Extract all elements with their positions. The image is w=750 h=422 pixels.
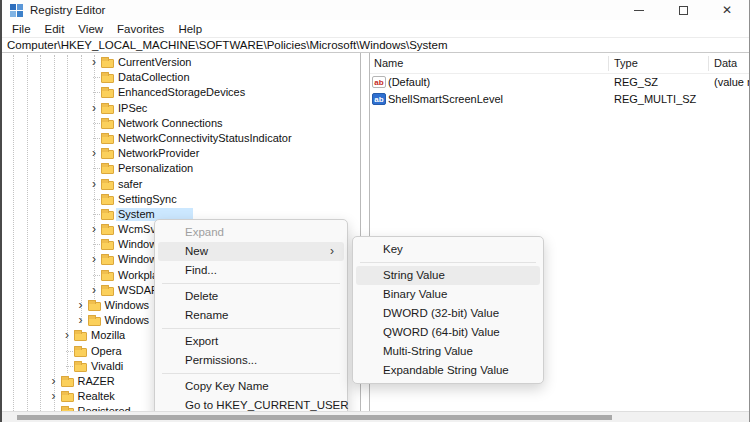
close-button[interactable]: ✕ [705, 0, 749, 20]
tree-item[interactable]: DataCollection [2, 70, 360, 85]
menu-item-label: Binary Value [383, 288, 447, 300]
menu-item-copy-key-name[interactable]: Copy Key Name [158, 377, 344, 396]
menu-item-label: Delete [185, 290, 218, 302]
tree-item-label: Network Connections [116, 117, 225, 130]
horizontal-scrollbar-thumb[interactable] [17, 415, 612, 420]
folder-icon [101, 287, 114, 296]
close-icon: ✕ [722, 4, 732, 16]
column-header-type[interactable]: Type [614, 57, 638, 69]
tree-branch-stub [66, 366, 73, 367]
menu-item-label: New [185, 245, 208, 257]
value-type: REG_SZ [614, 76, 658, 88]
chevron-right-icon[interactable]: › [61, 328, 73, 343]
menu-item-dword-32-bit-value[interactable]: DWORD (32-bit) Value [356, 304, 540, 323]
tree-item[interactable]: EnhancedStorageDevices [2, 85, 360, 100]
folder-icon [61, 393, 74, 402]
new-submenu: KeyString ValueBinary ValueDWORD (32-bit… [352, 236, 544, 384]
folder-icon [101, 89, 114, 98]
tree-item-label: CurrentVersion [116, 56, 193, 69]
menu-item-permissions[interactable]: Permissions... [158, 351, 344, 370]
menu-item-label: Copy Key Name [185, 380, 269, 392]
folder-icon [101, 272, 114, 281]
tree-item[interactable]: ›IPSec [2, 101, 360, 116]
menu-item-label: DWORD (32-bit) Value [383, 307, 499, 319]
column-header-data[interactable]: Data [714, 57, 737, 69]
maximize-button[interactable] [661, 0, 705, 20]
chevron-right-icon[interactable]: › [88, 101, 100, 116]
menu-item-expandable-string-value[interactable]: Expandable String Value [356, 361, 540, 380]
tree-item[interactable]: ›NetworkProvider [2, 146, 360, 161]
chevron-right-icon[interactable]: › [88, 55, 100, 70]
menu-bar: FileEditViewFavoritesHelp [2, 20, 749, 37]
tree-item-label: safer [116, 178, 144, 191]
column-divider[interactable] [608, 56, 609, 71]
folder-icon [74, 363, 87, 372]
value-data: (value not set) [714, 76, 749, 88]
menubar-item-favorites[interactable]: Favorites [110, 23, 171, 35]
chevron-right-icon[interactable]: › [88, 252, 100, 267]
folder-icon [101, 74, 114, 83]
menu-item-export[interactable]: Export [158, 332, 344, 351]
menu-item-delete[interactable]: Delete [158, 287, 344, 306]
menu-item-expand[interactable]: Expand [158, 223, 344, 242]
tree-branch-stub [93, 123, 100, 124]
menu-separator [162, 373, 340, 374]
folder-icon [61, 378, 74, 387]
tree-branch-stub [66, 351, 73, 352]
tree-item[interactable]: ›CurrentVersion [2, 55, 360, 70]
chevron-right-icon[interactable]: › [88, 222, 100, 237]
folder-icon [101, 165, 114, 174]
value-row[interactable]: ab(Default)REG_SZ(value not set) [370, 74, 749, 91]
menu-item-binary-value[interactable]: Binary Value [356, 285, 540, 304]
tree-item[interactable]: Personalization [2, 161, 360, 176]
menubar-item-file[interactable]: File [5, 23, 38, 35]
chevron-right-icon[interactable]: › [48, 374, 60, 389]
menu-separator [162, 328, 340, 329]
address-path: Computer\HKEY_LOCAL_MACHINE\SOFTWARE\Pol… [2, 39, 448, 51]
menubar-item-view[interactable]: View [71, 23, 110, 35]
tree-item-label: DataCollection [116, 71, 192, 84]
menu-item-label: Expand [185, 226, 224, 238]
chevron-right-icon[interactable]: › [88, 177, 100, 192]
window-title: Registry Editor [30, 4, 105, 16]
value-row[interactable]: abShellSmartScreenLevelREG_MULTI_SZ [370, 91, 749, 108]
menu-item-string-value[interactable]: String Value [356, 266, 540, 285]
tree-item-label: EnhancedStorageDevices [116, 86, 247, 99]
tree-item[interactable]: SettingSync [2, 192, 360, 207]
menu-item-label: Expandable String Value [383, 364, 509, 376]
chevron-right-icon[interactable]: › [48, 389, 60, 404]
chevron-right-icon[interactable]: › [75, 298, 87, 313]
menu-item-rename[interactable]: Rename [158, 306, 344, 325]
folder-icon [101, 226, 114, 235]
chevron-right-icon[interactable]: › [75, 313, 87, 328]
column-divider[interactable] [708, 56, 709, 71]
tree-item[interactable]: ›safer [2, 177, 360, 192]
menubar-item-edit[interactable]: Edit [38, 23, 72, 35]
tree-item-label: Windows [103, 299, 152, 312]
chevron-right-icon[interactable]: › [88, 283, 100, 298]
value-name: (Default) [388, 76, 430, 88]
column-header-name[interactable]: Name [374, 57, 403, 69]
menubar-item-help[interactable]: Help [171, 23, 209, 35]
menu-item-qword-64-bit-value[interactable]: QWORD (64-bit) Value [356, 323, 540, 342]
horizontal-scrollbar [2, 411, 749, 422]
folder-icon [101, 150, 114, 159]
menu-item-label: Key [383, 243, 403, 255]
tree-item-label: Mozilla [89, 329, 127, 342]
menu-item-new[interactable]: New› [158, 242, 344, 261]
string-value-icon: ab [372, 93, 386, 105]
folder-icon [101, 105, 114, 114]
menu-item-multi-string-value[interactable]: Multi-String Value [356, 342, 540, 361]
chevron-right-icon[interactable]: › [88, 146, 100, 161]
minimize-button[interactable] [617, 0, 661, 20]
list-header: NameTypeData [370, 53, 749, 74]
menu-item-find[interactable]: Find... [158, 261, 344, 280]
address-bar[interactable]: Computer\HKEY_LOCAL_MACHINE\SOFTWARE\Pol… [2, 37, 749, 53]
tree-item-label: Realtek [76, 390, 117, 403]
registry-editor-app-icon [10, 4, 23, 17]
tree-item[interactable]: NetworkConnectivityStatusIndicator [2, 131, 360, 146]
value-type: REG_MULTI_SZ [614, 93, 696, 105]
menu-item-key[interactable]: Key [356, 240, 540, 259]
folder-icon [101, 196, 114, 205]
tree-item[interactable]: Network Connections [2, 116, 360, 131]
